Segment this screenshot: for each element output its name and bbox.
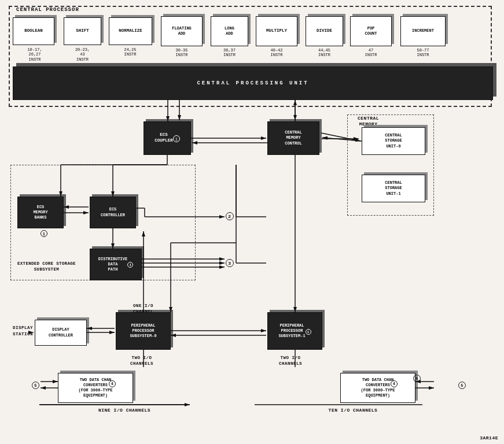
ecs-num1: 1 (41, 230, 47, 237)
central-storage-1-block: CENTRALSTORAGEUNIT-1 (362, 175, 425, 202)
central-memory-control-block: CENTRALMEMORYCONTROL (267, 121, 319, 155)
main-diagram: CENTRAL PROCESSOR BOOLEAN 10-17,26,27INS… (0, 0, 504, 444)
divide-instr: 44,45INSTR (306, 48, 343, 58)
num5-right: 5 (458, 382, 466, 390)
central-storage-0-block: CENTRALSTORAGEUNIT-0 (362, 127, 425, 155)
two-data-chan-0-block: TWO DATA CHANCONVERTERS(FOR 3000-TYPEEQU… (58, 373, 133, 403)
two-io-left-label: TWO I/OCHANNELS (119, 356, 165, 367)
normalize-block: NORMALIZE (109, 17, 152, 45)
ecs-subsystem-label: EXTENDED CORE STORAGESUBSYSTEM (17, 261, 76, 273)
peripheral-0-block: PERIPHERALPROCESSORSUBSYSTEM-0 (116, 312, 171, 350)
one-io-channel-label: ONE I/OCHANNEL (124, 304, 162, 315)
floating-add-instr: 30-35INSTR (161, 48, 203, 58)
num4-right: 4 (391, 380, 398, 387)
num4-left: 4 (109, 380, 116, 387)
num5-left: 5 (32, 382, 39, 390)
ecs-coupler-block: ECSCOUPLER1 (144, 121, 191, 155)
display-station-label: DISPLAYSTATION (9, 325, 33, 337)
nine-io-channels-label: NINE I/O CHANNELS (58, 408, 191, 413)
floating-add-block: FLOATINGADD (161, 16, 203, 46)
num6: 6 (413, 375, 421, 383)
two-data-chan-1-block: TWO DATA CHANCONVERTERS(FOR 3000-TYPEEQU… (340, 373, 415, 403)
shift-instr: 20-23,43INSTR (64, 47, 101, 62)
part-number: 3AR14E (480, 435, 498, 441)
boolean-block: BOOLEAN (13, 17, 54, 45)
num3-label: 3 (226, 259, 234, 268)
increment-instr: 50-77INSTR (400, 48, 446, 58)
cpu-bar: CENTRAL PROCESSING UNIT (13, 66, 493, 100)
distributive-data-path-block: DISTRIBUTIVEDATAPATH 1 (90, 249, 142, 280)
two-io-right-label: TWO I/OCHANNELS (267, 356, 314, 367)
increment-block: INCREMENT (400, 16, 446, 46)
normalize-instr: 24,25INSTR (110, 47, 150, 57)
ten-io-channels-label: TEN I/O CHANNELS (289, 408, 417, 413)
display-controller-block: DISPLAYCONTROLLER (35, 320, 87, 346)
multiply-block: MULTIPLY (256, 16, 297, 46)
ecs-memory-banks-block: ECSMEMORYBANKS (17, 197, 64, 228)
num2-label: 2 (226, 212, 234, 221)
shift-block: SHIFT (64, 17, 101, 45)
divide-block: DIVIDE (306, 16, 343, 46)
peripheral-1-block: PERIPHERALPROCESSORSUBSYSTEM-1 1 (267, 312, 322, 350)
pop-count-block: POPCOUNT (350, 16, 392, 46)
central-memory-label: CENTRALMEMORY (358, 116, 379, 128)
boolean-instr: 10-17,26,27INSTR (14, 47, 55, 62)
central-processor-label: CENTRAL PROCESSOR (14, 7, 81, 13)
long-add-instr: 36,37INSTR (211, 48, 248, 58)
long-add-block: LONGADD (211, 16, 248, 46)
pop-count-instr: 47INSTR (350, 48, 392, 58)
ecs-controller-block: ECSCONTROLLER (90, 197, 136, 228)
multiply-instr: 40-42INSTR (256, 48, 297, 58)
